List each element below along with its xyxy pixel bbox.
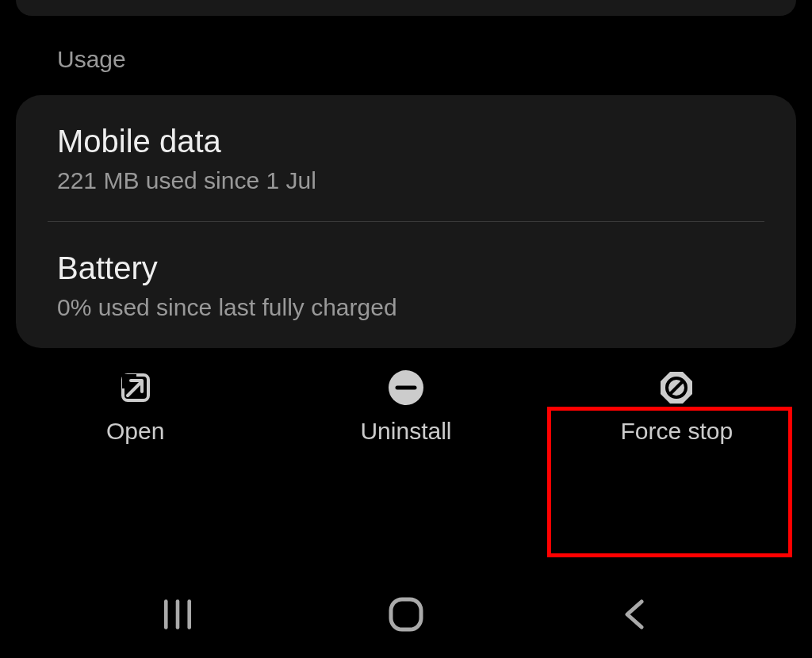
home-button[interactable] — [382, 591, 430, 638]
recents-button[interactable] — [154, 591, 201, 638]
mobile-data-title: Mobile data — [57, 124, 755, 159]
svg-rect-11 — [391, 599, 421, 629]
force-stop-icon — [657, 369, 695, 407]
uninstall-button[interactable]: Uninstall — [272, 369, 540, 445]
mobile-data-sub: 221 MB used since 1 Jul — [57, 167, 755, 194]
open-label: Open — [106, 418, 164, 445]
battery-row[interactable]: Battery 0% used since last fully charged — [16, 222, 796, 348]
battery-title: Battery — [57, 251, 755, 286]
system-navbar — [0, 571, 812, 658]
back-button[interactable] — [611, 591, 658, 638]
uninstall-label: Uninstall — [360, 418, 451, 445]
battery-sub: 0% used since last fully charged — [57, 294, 755, 321]
open-button[interactable]: Open — [2, 369, 270, 445]
prev-card-cutoff — [16, 0, 796, 16]
mobile-data-row[interactable]: Mobile data 221 MB used since 1 Jul — [16, 95, 796, 221]
uninstall-icon — [387, 369, 425, 407]
open-icon — [117, 369, 155, 407]
usage-card: Mobile data 221 MB used since 1 Jul Batt… — [16, 95, 796, 348]
force-stop-highlight — [547, 407, 792, 557]
usage-section-label: Usage — [0, 16, 812, 95]
